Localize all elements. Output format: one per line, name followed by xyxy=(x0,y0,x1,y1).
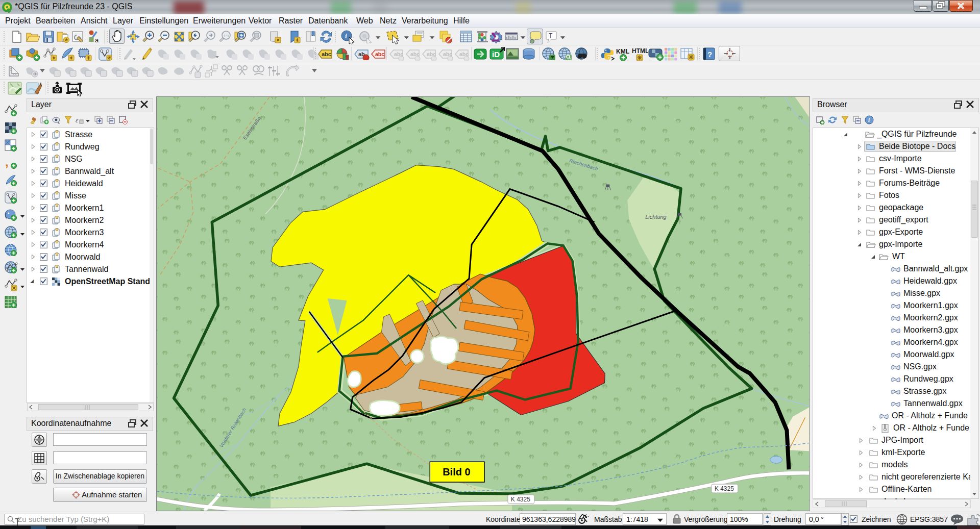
svg-text:1:1: 1:1 xyxy=(224,34,230,38)
svg-text:?: ? xyxy=(707,50,712,59)
svg-text:KML: KML xyxy=(616,48,629,55)
svg-text:iD: iD xyxy=(492,50,500,59)
svg-text:K 4325: K 4325 xyxy=(715,485,734,492)
svg-text:,: , xyxy=(5,156,9,169)
svg-text:i: i xyxy=(345,32,347,40)
svg-text:K 4325: K 4325 xyxy=(511,496,530,503)
svg-text:abc: abc xyxy=(322,51,331,57)
svg-text:HTML: HTML xyxy=(632,47,648,55)
svg-text:a: a xyxy=(95,36,99,43)
svg-text:T: T xyxy=(549,32,553,39)
svg-text:ε: ε xyxy=(76,116,79,124)
svg-text:Σ: Σ xyxy=(491,30,500,44)
svg-text:abc: abc xyxy=(375,51,384,57)
svg-text:Bild 0: Bild 0 xyxy=(443,466,470,477)
svg-text:Lichtung: Lichtung xyxy=(645,214,666,220)
